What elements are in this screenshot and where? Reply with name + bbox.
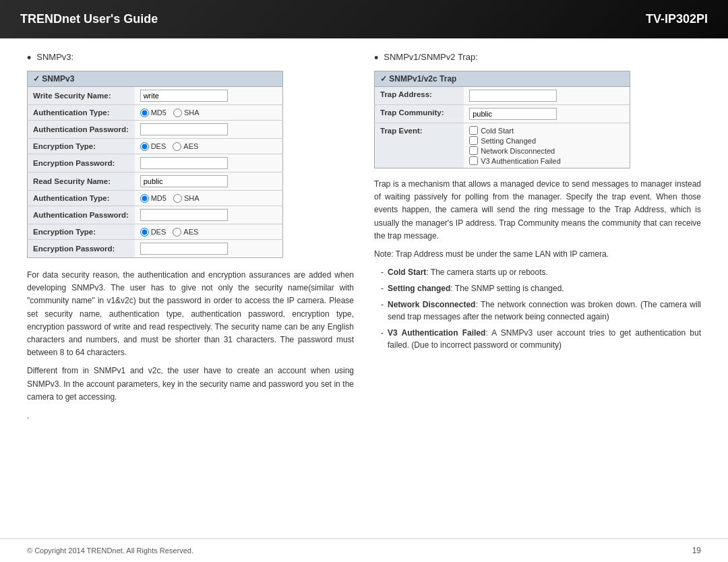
enc-password-read-label: Encryption Password: xyxy=(28,240,135,258)
read-security-name-label: Read Security Name: xyxy=(28,173,135,191)
copyright-text: © Copyright 2014 TRENDnet. All Rights Re… xyxy=(27,547,193,555)
snmpv3-section-label: • SNMPv3: xyxy=(27,52,354,64)
des-radio-read[interactable] xyxy=(140,228,149,237)
table-row: Encryption Type: DES AES xyxy=(28,224,283,240)
list-dash: - xyxy=(381,266,384,278)
table-row: Write Security Name: xyxy=(28,87,283,105)
list-dash: - xyxy=(381,327,384,351)
md5-radio[interactable] xyxy=(140,108,149,117)
table-row: Authentication Password: xyxy=(28,121,283,139)
main-content: • SNMPv3: ✓ SNMPv3 Write Security Name: xyxy=(0,38,728,441)
des-radio-write[interactable] xyxy=(140,142,149,151)
guide-title: TRENDnet User's Guide xyxy=(20,12,158,26)
trap-event-label: Trap Event: xyxy=(375,123,464,168)
des-radio-label-read[interactable]: DES xyxy=(140,228,166,237)
trap-address-value xyxy=(464,87,630,105)
md5-radio-read-label[interactable]: MD5 xyxy=(140,194,166,203)
md5-radio-label[interactable]: MD5 xyxy=(140,108,166,117)
dot-spacer: . xyxy=(27,410,354,420)
enc-password-write-input[interactable] xyxy=(140,157,228,169)
read-security-name-input[interactable] xyxy=(140,175,228,187)
write-security-name-input[interactable] xyxy=(140,90,228,102)
auth-password-write-value xyxy=(135,121,283,139)
trap-address-input[interactable] xyxy=(469,90,557,102)
auth-type-read-value: MD5 SHA xyxy=(135,191,283,206)
aes-radio-label-write[interactable]: AES xyxy=(173,142,198,151)
md5-radio-read[interactable] xyxy=(140,194,149,203)
trap-event-checkboxes: Cold Start Setting Changed Network Disco… xyxy=(469,126,624,165)
auth-password-read-input[interactable] xyxy=(140,209,228,221)
setting-changed-checkbox[interactable] xyxy=(469,136,478,145)
aes-radio-write[interactable] xyxy=(173,142,181,151)
page-header: TRENDnet User's Guide TV-IP302PI xyxy=(0,0,728,38)
model-number: TV-IP302PI xyxy=(646,12,708,26)
network-disconnected-checkbox-label[interactable]: Network Disconnected xyxy=(469,146,624,155)
description-para-2: Different from in SNMPv1 and v2c, the us… xyxy=(27,365,354,404)
trap-title: SNMPv1/SNMPv2 Trap: xyxy=(384,52,477,62)
auth-password-read-value xyxy=(135,206,283,224)
table-row: Encryption Password: xyxy=(28,240,283,258)
sha-radio-read-label[interactable]: SHA xyxy=(173,194,200,203)
bullet-point: • xyxy=(27,52,31,64)
table-row: Trap Event: Cold Start Setting Changed N… xyxy=(375,123,630,168)
network-disconnected-checkbox[interactable] xyxy=(469,146,478,155)
trap-community-input[interactable] xyxy=(469,108,557,120)
enc-type-read-value: DES AES xyxy=(135,224,283,240)
setting-changed-text: Setting changed: The SNMP setting is cha… xyxy=(388,282,564,294)
auth-type-write-value: MD5 SHA xyxy=(135,105,283,121)
write-security-name-value xyxy=(135,87,283,105)
trap-community-label: Trap Community: xyxy=(375,105,464,123)
v3-auth-failed-checkbox-label[interactable]: V3 Authentication Failed xyxy=(469,156,624,165)
trap-list-item: - V3 Authentication Failed: A SNMPv3 use… xyxy=(381,327,701,351)
left-column: • SNMPv3: ✓ SNMPv3 Write Security Name: xyxy=(27,52,354,427)
cold-start-checkbox-label[interactable]: Cold Start xyxy=(469,126,624,135)
trap-list-item: - Cold Start: The camera starts up or re… xyxy=(381,266,701,278)
table-row: Trap Address: xyxy=(375,87,630,105)
snmpv3-table: ✓ SNMPv3 Write Security Name: Authentica… xyxy=(27,71,283,258)
write-security-name-label: Write Security Name: xyxy=(28,87,135,105)
table-row: Encryption Password: xyxy=(28,154,283,173)
sha-radio-label[interactable]: SHA xyxy=(173,108,200,117)
snmpv3-table-header: ✓ SNMPv3 xyxy=(28,71,283,87)
description-para-1: For data security reason, the authentica… xyxy=(27,269,354,359)
snmpv3-title: SNMPv3: xyxy=(36,52,73,62)
trap-description: Trap is a mechanism that allows a manage… xyxy=(374,178,701,351)
enc-password-read-input[interactable] xyxy=(140,243,228,255)
v3-auth-failed-text: V3 Authentication Failed: A SNMPv3 user … xyxy=(388,327,701,351)
trap-note: Note: Trap Address must be under the sam… xyxy=(374,248,701,261)
page-footer: © Copyright 2014 TRENDnet. All Rights Re… xyxy=(0,538,728,562)
table-row: Trap Community: xyxy=(375,105,630,123)
trap-address-label: Trap Address: xyxy=(375,87,464,105)
trap-list-item: - Network Disconnected: The network conn… xyxy=(381,299,701,323)
sha-radio-read[interactable] xyxy=(173,194,182,203)
network-disconnected-text: Network Disconnected: The network connec… xyxy=(388,299,701,323)
cold-start-text: Cold Start: The camera starts up or rebo… xyxy=(388,266,548,278)
trap-list: - Cold Start: The camera starts up or re… xyxy=(381,266,701,351)
enc-password-write-label: Encryption Password: xyxy=(28,154,135,173)
auth-password-write-input[interactable] xyxy=(140,123,228,135)
enc-type-write-label: Encryption Type: xyxy=(28,139,135,154)
list-dash: - xyxy=(381,299,384,323)
sha-radio[interactable] xyxy=(173,108,182,117)
trap-table: ✓ SNMPv1/v2c Trap Trap Address: Trap Com… xyxy=(374,71,630,168)
setting-changed-checkbox-label[interactable]: Setting Changed xyxy=(469,136,624,145)
page-number: 19 xyxy=(692,546,701,555)
bullet-point-right: • xyxy=(374,52,378,64)
list-dash: - xyxy=(381,282,384,294)
enc-type-write-value: DES AES xyxy=(135,139,283,154)
trap-table-header: ✓ SNMPv1/v2c Trap xyxy=(375,71,630,87)
auth-type-read-label: Authentication Type: xyxy=(28,191,135,206)
aes-radio-label-read[interactable]: AES xyxy=(173,228,198,237)
enc-password-read-value xyxy=(135,240,283,258)
v3-auth-failed-checkbox[interactable] xyxy=(469,156,478,165)
table-row: Read Security Name: xyxy=(28,173,283,191)
snmpv3-description: For data security reason, the authentica… xyxy=(27,269,354,404)
read-security-name-value xyxy=(135,173,283,191)
aes-radio-read[interactable] xyxy=(173,228,181,237)
right-column: • SNMPv1/SNMPv2 Trap: ✓ SNMPv1/v2c Trap … xyxy=(374,52,701,427)
table-row: Encryption Type: DES AES xyxy=(28,139,283,154)
table-row: Authentication Type: MD5 SHA xyxy=(28,191,283,206)
trap-intro-text: Trap is a mechanism that allows a manage… xyxy=(374,178,701,243)
cold-start-checkbox[interactable] xyxy=(469,126,478,135)
des-radio-label-write[interactable]: DES xyxy=(140,142,166,151)
